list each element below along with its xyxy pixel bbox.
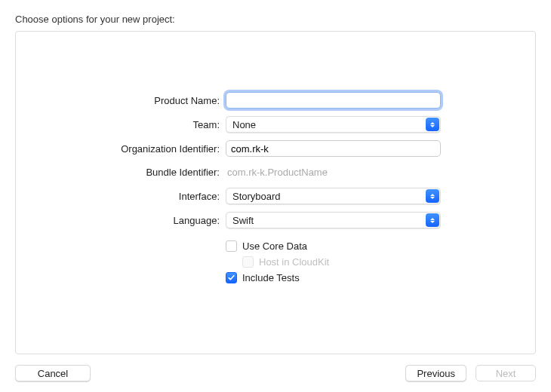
use-core-data-checkbox[interactable]	[226, 240, 237, 252]
project-options-form: Product Name: Team: None Organization Id…	[16, 92, 535, 283]
team-select[interactable]: None	[226, 116, 441, 133]
updown-chevron-icon	[426, 118, 439, 131]
bundle-id-value: com.rk-k.ProductName	[226, 164, 329, 180]
include-tests-label: Include Tests	[242, 272, 300, 283]
updown-chevron-icon	[426, 213, 439, 227]
team-label: Team:	[16, 119, 226, 130]
include-tests-checkbox[interactable]	[226, 272, 237, 283]
language-select-value: Swift	[232, 215, 254, 226]
cancel-button[interactable]: Cancel	[15, 365, 91, 381]
interface-select[interactable]: Storyboard	[226, 188, 441, 204]
org-id-label: Organization Identifier:	[16, 143, 226, 155]
interface-select-value: Storyboard	[232, 191, 281, 202]
options-panel: Product Name: Team: None Organization Id…	[15, 31, 536, 354]
product-name-field[interactable]	[226, 92, 441, 109]
interface-label: Interface:	[16, 191, 226, 202]
product-name-label: Product Name:	[16, 95, 226, 106]
next-button: Next	[476, 365, 536, 381]
language-label: Language:	[16, 215, 226, 226]
footer: Cancel Previous Next	[15, 354, 536, 381]
updown-chevron-icon	[426, 189, 439, 203]
page-title: Choose options for your new project:	[15, 14, 536, 25]
language-select[interactable]: Swift	[226, 212, 441, 228]
team-select-value: None	[232, 119, 256, 130]
org-id-field[interactable]	[226, 140, 441, 157]
previous-button[interactable]: Previous	[405, 365, 466, 381]
checkmark-icon	[227, 274, 235, 282]
host-cloudkit-checkbox	[242, 256, 254, 268]
host-cloudkit-label: Host in CloudKit	[259, 256, 329, 268]
bundle-id-label: Bundle Identifier:	[16, 167, 226, 178]
use-core-data-label: Use Core Data	[242, 240, 307, 252]
